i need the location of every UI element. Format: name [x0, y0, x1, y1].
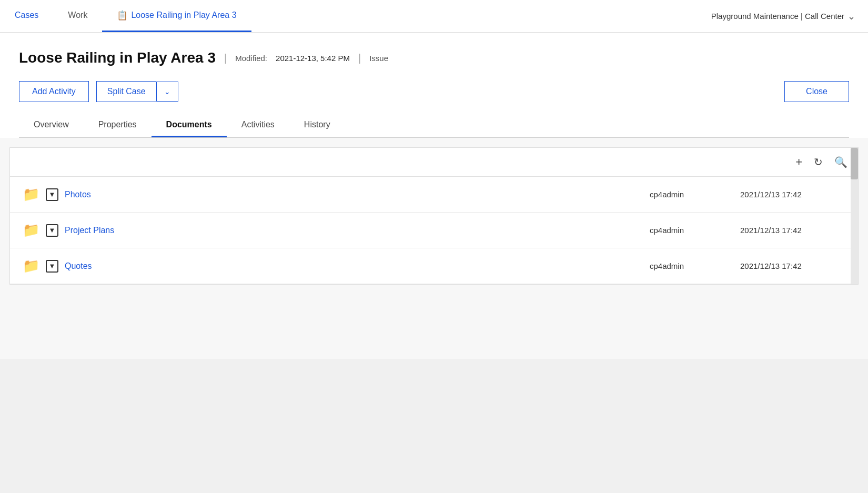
doc-date-photos: 2021/12/13 17:42	[740, 190, 845, 199]
tab-properties-label: Properties	[98, 120, 137, 129]
add-document-button[interactable]: +	[795, 155, 802, 169]
split-case-chevron-icon: ⌄	[164, 87, 170, 96]
case-title: Loose Railing in Play Area 3	[19, 49, 216, 66]
top-nav: Cases Work 📋 Loose Railing in Play Area …	[0, 0, 868, 33]
doc-owner-project-plans: cp4admin	[650, 226, 734, 235]
doc-owner-photos: cp4admin	[650, 190, 734, 199]
doc-name-quotes[interactable]: Quotes	[65, 261, 643, 271]
tab-documents-label: Documents	[166, 120, 212, 129]
search-icon: 🔍	[834, 156, 847, 168]
modified-value: 2021-12-13, 5:42 PM	[276, 54, 350, 63]
doc-dropdown-photos[interactable]: ▼	[46, 188, 58, 201]
docs-toolbar: + ↻ 🔍	[10, 148, 858, 177]
main-content: Loose Railing in Play Area 3 | Modified:…	[0, 33, 868, 138]
doc-dropdown-quotes[interactable]: ▼	[46, 260, 58, 273]
refresh-icon: ↻	[814, 156, 823, 168]
context-chevron-icon[interactable]: ⌄	[847, 11, 855, 22]
doc-name-photos[interactable]: Photos	[65, 190, 643, 199]
doc-owner-quotes: cp4admin	[650, 261, 734, 270]
doc-name-project-plans[interactable]: Project Plans	[65, 226, 643, 235]
scroll-track	[851, 148, 858, 284]
nav-tab-loose-railing[interactable]: 📋 Loose Railing in Play Area 3	[102, 0, 251, 32]
tab-overview[interactable]: Overview	[19, 115, 84, 137]
tab-history-label: History	[304, 120, 330, 129]
secondary-nav: Overview Properties Documents Activities…	[19, 115, 849, 138]
meta-separator-1: |	[224, 52, 227, 64]
nav-tab-cases[interactable]: Cases	[0, 0, 53, 32]
tab-history[interactable]: History	[289, 115, 345, 137]
documents-panel: + ↻ 🔍 📁 ▼ Photos cp4admin 2021/12/13 17:…	[0, 138, 868, 359]
context-label: Playground Maintenance | Call Center	[711, 12, 844, 21]
split-case-button[interactable]: Split Case	[96, 81, 156, 102]
doc-date-project-plans: 2021/12/13 17:42	[740, 226, 845, 235]
work-tab-label: Work	[68, 11, 87, 20]
add-activity-button[interactable]: Add Activity	[19, 81, 89, 102]
tab-documents[interactable]: Documents	[152, 115, 227, 137]
documents-table: + ↻ 🔍 📁 ▼ Photos cp4admin 2021/12/13 17:…	[9, 147, 859, 285]
doc-date-quotes: 2021/12/13 17:42	[740, 261, 845, 270]
tab-activities-label: Activities	[241, 120, 275, 129]
close-button[interactable]: Close	[784, 81, 849, 102]
modified-label: Modified:	[235, 54, 267, 63]
split-case-button-group: Split Case ⌄	[96, 81, 178, 102]
folder-icon-photos: 📁	[23, 186, 39, 203]
doc-row-project-plans: 📁 ▼ Project Plans cp4admin 2021/12/13 17…	[10, 213, 858, 248]
refresh-button[interactable]: ↻	[814, 156, 823, 168]
split-case-label: Split Case	[107, 87, 146, 96]
add-activity-label: Add Activity	[32, 87, 76, 96]
add-icon: +	[795, 155, 802, 169]
case-tab-icon: 📋	[117, 10, 128, 21]
doc-dropdown-project-plans[interactable]: ▼	[46, 224, 58, 237]
split-case-dropdown-button[interactable]: ⌄	[156, 82, 178, 102]
cases-tab-label: Cases	[15, 11, 38, 20]
action-buttons-row: Add Activity Split Case ⌄ Close	[19, 81, 849, 102]
meta-separator-2: |	[358, 52, 361, 64]
case-type: Issue	[369, 54, 388, 63]
doc-row-photos: 📁 ▼ Photos cp4admin 2021/12/13 17:42	[10, 177, 858, 213]
folder-icon-quotes: 📁	[23, 258, 39, 274]
tab-overview-label: Overview	[34, 120, 69, 129]
close-label: Close	[806, 87, 827, 96]
scroll-thumb[interactable]	[851, 148, 858, 179]
doc-row-quotes: 📁 ▼ Quotes cp4admin 2021/12/13 17:42	[10, 248, 858, 284]
tab-activities[interactable]: Activities	[227, 115, 289, 137]
tab-properties[interactable]: Properties	[84, 115, 152, 137]
nav-tab-work[interactable]: Work	[53, 0, 102, 32]
case-title-row: Loose Railing in Play Area 3 | Modified:…	[19, 49, 849, 66]
loose-railing-tab-label: Loose Railing in Play Area 3	[131, 11, 236, 20]
folder-icon-project-plans: 📁	[23, 222, 39, 238]
search-button[interactable]: 🔍	[834, 156, 847, 168]
nav-right-context: Playground Maintenance | Call Center ⌄	[711, 0, 868, 32]
